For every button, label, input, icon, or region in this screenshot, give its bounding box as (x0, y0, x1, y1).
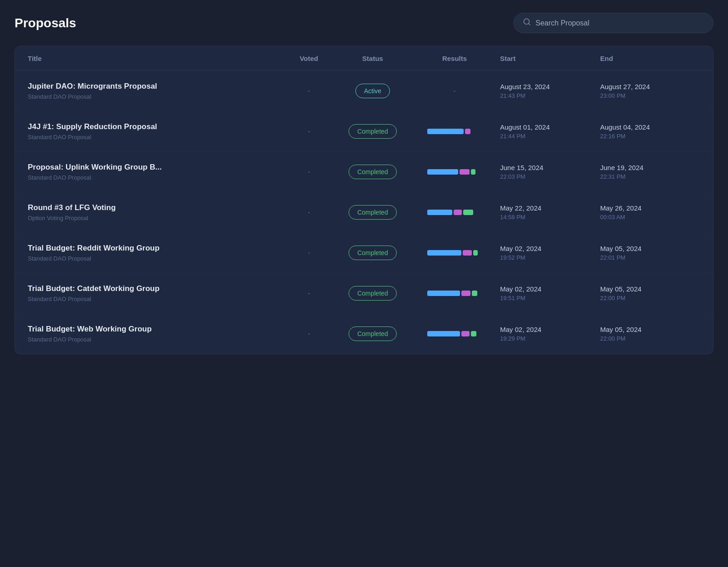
results-cell: - (409, 87, 500, 95)
status-badge: Active (355, 84, 390, 98)
col-end: End (600, 55, 700, 62)
end-date-cell: May 05, 2024 22:01 PM (600, 245, 700, 261)
search-container[interactable] (513, 13, 713, 33)
bar-pink (461, 291, 470, 296)
status-cell: Completed (336, 326, 409, 341)
bar-green (471, 331, 476, 336)
end-date-cell: August 27, 2024 23:00 PM (600, 83, 700, 99)
proposal-title-cell: Jupiter DAO: Microgrants Proposal Standa… (28, 82, 282, 100)
voted-cell: - (282, 330, 336, 338)
end-date: May 05, 2024 (600, 245, 700, 252)
results-cell (409, 331, 500, 336)
status-cell: Completed (336, 124, 409, 139)
start-date: May 22, 2024 (500, 204, 600, 212)
bar-blue (427, 250, 461, 256)
col-results: Results (409, 55, 500, 62)
results-bar-container (427, 250, 482, 256)
col-status: Status (336, 55, 409, 62)
start-time: 19:29 PM (500, 335, 600, 342)
status-badge: Completed (349, 124, 397, 139)
voted-cell: - (282, 127, 336, 135)
status-cell: Completed (336, 286, 409, 301)
proposal-subtitle: Option Voting Proposal (28, 215, 282, 221)
proposals-table: Title Voted Status Results Start End Jup… (15, 46, 713, 354)
table-row[interactable]: Trial Budget: Reddit Working Group Stand… (15, 233, 713, 273)
proposal-title-cell: Trial Budget: Reddit Working Group Stand… (28, 244, 282, 262)
bar-pink (463, 250, 472, 256)
results-bar-container (427, 169, 482, 175)
voted-cell: - (282, 87, 336, 95)
status-cell: Completed (336, 246, 409, 260)
start-date: May 02, 2024 (500, 285, 600, 293)
table-row[interactable]: Trial Budget: Web Working Group Standard… (15, 314, 713, 354)
start-time: 19:51 PM (500, 295, 600, 301)
proposal-title-cell: Round #3 of LFG Voting Option Voting Pro… (28, 203, 282, 221)
results-dash: - (453, 87, 455, 95)
start-date: May 02, 2024 (500, 245, 600, 252)
page-header: Proposals (15, 13, 713, 33)
proposal-subtitle: Standard DAO Proposal (28, 134, 282, 140)
start-date-cell: August 23, 2024 21:43 PM (500, 83, 600, 99)
status-badge: Completed (349, 205, 397, 220)
col-title: Title (28, 55, 282, 62)
bar-blue (427, 331, 460, 336)
start-date: August 01, 2024 (500, 123, 600, 131)
status-cell: Active (336, 84, 409, 98)
results-cell (409, 291, 500, 296)
end-date-cell: June 19, 2024 22:31 PM (600, 164, 700, 180)
results-cell (409, 129, 500, 134)
results-bar-container (427, 331, 482, 336)
end-date: August 04, 2024 (600, 123, 700, 131)
proposal-title-cell: Trial Budget: Web Working Group Standard… (28, 325, 282, 343)
table-row[interactable]: Trial Budget: Catdet Working Group Stand… (15, 273, 713, 314)
bar-pink (460, 169, 470, 175)
end-date: June 19, 2024 (600, 164, 700, 171)
proposal-title-cell: Trial Budget: Catdet Working Group Stand… (28, 284, 282, 302)
table-body: Jupiter DAO: Microgrants Proposal Standa… (15, 71, 713, 354)
status-badge: Completed (349, 326, 397, 341)
proposal-title-cell: J4J #1: Supply Reduction Proposal Standa… (28, 122, 282, 140)
start-date-cell: May 02, 2024 19:29 PM (500, 326, 600, 342)
voted-cell: - (282, 168, 336, 176)
start-date-cell: May 02, 2024 19:51 PM (500, 285, 600, 301)
end-date: August 27, 2024 (600, 83, 700, 90)
end-time: 22:31 PM (600, 173, 700, 180)
col-start: Start (500, 55, 600, 62)
search-input[interactable] (536, 19, 704, 27)
proposal-title: J4J #1: Supply Reduction Proposal (28, 122, 282, 131)
end-date: May 05, 2024 (600, 326, 700, 333)
start-time: 21:43 PM (500, 92, 600, 99)
results-cell (409, 250, 500, 256)
proposal-subtitle: Standard DAO Proposal (28, 174, 282, 181)
start-date: June 15, 2024 (500, 164, 600, 171)
col-voted: Voted (282, 55, 336, 62)
bar-blue (427, 129, 464, 134)
start-date-cell: June 15, 2024 22:03 PM (500, 164, 600, 180)
proposal-title: Jupiter DAO: Microgrants Proposal (28, 82, 282, 91)
end-date-cell: August 04, 2024 22:16 PM (600, 123, 700, 140)
start-date-cell: May 22, 2024 14:58 PM (500, 204, 600, 221)
proposal-subtitle: Standard DAO Proposal (28, 255, 282, 262)
start-date-cell: August 01, 2024 21:44 PM (500, 123, 600, 140)
end-time: 22:16 PM (600, 133, 700, 140)
search-icon (523, 18, 531, 28)
bar-pink (461, 331, 470, 336)
table-row[interactable]: Jupiter DAO: Microgrants Proposal Standa… (15, 71, 713, 111)
bar-green (472, 291, 477, 296)
table-row[interactable]: Round #3 of LFG Voting Option Voting Pro… (15, 192, 713, 233)
table-header: Title Voted Status Results Start End (15, 46, 713, 71)
status-badge: Completed (349, 246, 397, 260)
results-bar-container (427, 291, 482, 296)
proposal-title: Trial Budget: Reddit Working Group (28, 244, 282, 253)
end-date-cell: May 26, 2024 00:03 AM (600, 204, 700, 221)
end-time: 22:01 PM (600, 254, 700, 261)
page-container: Proposals Title Voted Status Results Sta… (0, 0, 728, 367)
table-row[interactable]: J4J #1: Supply Reduction Proposal Standa… (15, 111, 713, 152)
proposal-title: Proposal: Uplink Working Group B... (28, 163, 282, 172)
table-row[interactable]: Proposal: Uplink Working Group B... Stan… (15, 152, 713, 192)
proposal-title: Round #3 of LFG Voting (28, 203, 282, 212)
end-time: 00:03 AM (600, 214, 700, 221)
voted-cell: - (282, 289, 336, 297)
proposal-subtitle: Standard DAO Proposal (28, 93, 282, 100)
results-bar-container (427, 129, 482, 134)
